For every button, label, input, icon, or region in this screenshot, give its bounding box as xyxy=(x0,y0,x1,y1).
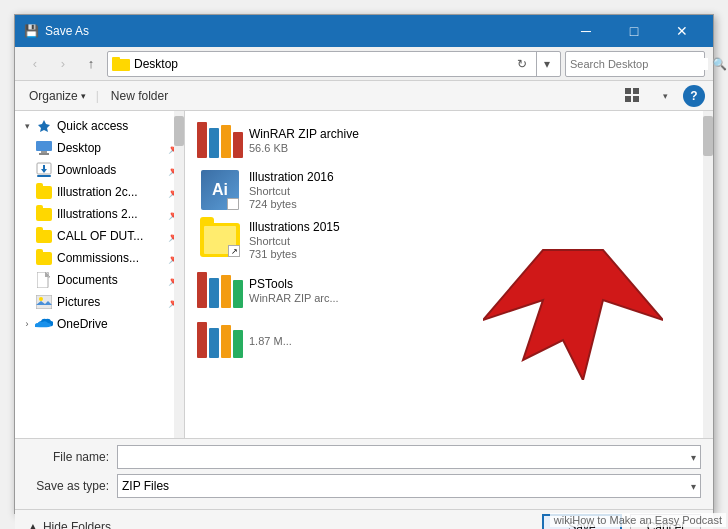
file-name: Illustrations 2015 xyxy=(249,220,699,234)
dialog-icon: 💾 xyxy=(23,23,39,39)
new-folder-button[interactable]: New folder xyxy=(103,86,176,106)
address-bar[interactable]: Desktop ↻ ▾ xyxy=(107,51,561,77)
svg-rect-5 xyxy=(633,96,639,102)
file-meta: WinRAR ZIP arc... xyxy=(249,292,699,304)
file-info: Illustration 2016 Shortcut 724 bytes xyxy=(249,170,699,210)
filename-row: File name: ▾ xyxy=(27,445,701,469)
svg-rect-1 xyxy=(112,57,120,61)
filetype-select[interactable]: ZIP Files ▾ xyxy=(117,474,701,498)
svg-rect-14 xyxy=(36,295,52,309)
nav-scrollbar-thumb[interactable] xyxy=(174,116,184,146)
hide-folders-label: Hide Folders xyxy=(43,520,111,529)
filename-label: File name: xyxy=(27,450,117,464)
search-box[interactable]: 🔍 xyxy=(565,51,705,77)
view-icon xyxy=(623,86,643,106)
file-scrollbar[interactable] xyxy=(703,111,713,438)
svg-rect-2 xyxy=(625,88,631,94)
svg-rect-9 xyxy=(39,153,49,155)
desktop-icon xyxy=(35,139,53,157)
folder-icon xyxy=(112,55,130,73)
file-item[interactable]: 1.87 M... xyxy=(193,315,705,365)
maximize-button[interactable]: □ xyxy=(611,15,657,47)
sidebar-item-illustration2c[interactable]: Illustration 2c... 📌 xyxy=(15,181,184,203)
sidebar-item-pictures[interactable]: Pictures 📌 xyxy=(15,291,184,313)
sidebar-item-label: Pictures xyxy=(57,295,166,309)
quick-access-header[interactable]: ▾ Quick access xyxy=(15,115,184,137)
quick-access-label: Quick access xyxy=(57,119,180,133)
chevron-up-icon: ▲ xyxy=(27,520,39,529)
file-size: 731 bytes xyxy=(249,248,699,260)
forward-button[interactable]: › xyxy=(51,52,75,76)
dialog-title: Save As xyxy=(45,24,563,38)
quick-access-icon xyxy=(35,117,53,135)
file-item[interactable]: WinRAR ZIP archive 56.6 KB xyxy=(193,115,705,165)
file-meta: Shortcut xyxy=(249,185,699,197)
hide-folders-button[interactable]: ▲ Hide Folders xyxy=(27,520,111,529)
sidebar-item-downloads[interactable]: Downloads 📌 xyxy=(15,159,184,181)
file-panel: WinRAR ZIP archive 56.6 KB Ai ↗ xyxy=(185,111,713,438)
filename-input[interactable]: ▾ xyxy=(117,445,701,469)
svg-rect-7 xyxy=(36,141,52,151)
sidebar-item-cod[interactable]: CALL OF DUT... 📌 xyxy=(15,225,184,247)
file-size: 1.87 M... xyxy=(249,335,699,347)
organize-button[interactable]: Organize ▾ xyxy=(23,86,92,106)
filetype-value: ZIP Files xyxy=(122,479,169,493)
file-info: PSTools WinRAR ZIP arc... xyxy=(249,277,699,304)
pictures-icon xyxy=(35,293,53,311)
shortcut-badge: ↗ xyxy=(227,198,239,210)
filetype-row: Save as type: ZIP Files ▾ xyxy=(27,474,701,498)
filename-dropdown-icon[interactable]: ▾ xyxy=(691,452,696,463)
file-info: Illustrations 2015 Shortcut 731 bytes xyxy=(249,220,699,260)
file-scrollbar-thumb[interactable] xyxy=(703,116,713,156)
file-item[interactable]: Ai ↗ Illustration 2016 Shortcut 724 byte… xyxy=(193,165,705,215)
svg-rect-8 xyxy=(41,151,47,153)
search-icon[interactable]: 🔍 xyxy=(712,57,727,71)
svg-rect-11 xyxy=(43,165,45,170)
help-button[interactable]: ? xyxy=(683,85,705,107)
filetype-label: Save as type: xyxy=(27,479,117,493)
file-meta: Shortcut xyxy=(249,235,699,247)
sidebar-item-label: OneDrive xyxy=(57,317,180,331)
folder-icon xyxy=(35,183,53,201)
sidebar-item-label: Illustrations 2... xyxy=(57,207,166,221)
sidebar-item-label: Illustration 2c... xyxy=(57,185,166,199)
expand-icon: › xyxy=(19,316,35,332)
up-button[interactable]: ↑ xyxy=(79,52,103,76)
organize-toolbar: Organize ▾ | New folder ▾ ? xyxy=(15,81,713,111)
sidebar-item-label: CALL OF DUT... xyxy=(57,229,166,243)
filetype-dropdown-icon[interactable]: ▾ xyxy=(691,481,696,492)
svg-rect-3 xyxy=(633,88,639,94)
sidebar-item-label: Downloads xyxy=(57,163,166,177)
view-dropdown-button[interactable]: ▾ xyxy=(651,84,679,108)
folder-icon xyxy=(35,227,53,245)
folder-icon xyxy=(35,249,53,267)
close-button[interactable]: ✕ xyxy=(659,15,705,47)
address-text: Desktop xyxy=(134,57,508,71)
file-list: WinRAR ZIP archive 56.6 KB Ai ↗ xyxy=(185,111,713,438)
svg-marker-6 xyxy=(38,120,50,132)
sidebar-item-commissions[interactable]: Commissions... 📌 xyxy=(15,247,184,269)
file-item[interactable]: ↗ Illustrations 2015 Shortcut 731 bytes xyxy=(193,215,705,265)
refresh-button[interactable]: ↻ xyxy=(512,54,532,74)
file-icon: ↗ xyxy=(199,219,241,261)
nav-scrollbar[interactable] xyxy=(174,111,184,438)
address-dropdown-button[interactable]: ▾ xyxy=(536,51,556,77)
file-info: WinRAR ZIP archive 56.6 KB xyxy=(249,127,699,154)
file-icon xyxy=(199,319,241,361)
search-input[interactable] xyxy=(570,58,708,70)
sidebar-item-illustrations2[interactable]: Illustrations 2... 📌 xyxy=(15,203,184,225)
file-item[interactable]: PSTools WinRAR ZIP arc... xyxy=(193,265,705,315)
sidebar-item-onedrive[interactable]: › OneDrive xyxy=(15,313,184,335)
organize-chevron-icon: ▾ xyxy=(81,91,86,101)
sidebar-item-desktop[interactable]: Desktop 📌 xyxy=(15,137,184,159)
minimize-button[interactable]: ─ xyxy=(563,15,609,47)
sidebar-item-label: Commissions... xyxy=(57,251,166,265)
file-name: PSTools xyxy=(249,277,699,291)
view-button[interactable] xyxy=(619,84,647,108)
title-bar: 💾 Save As ─ □ ✕ xyxy=(15,15,713,47)
back-button[interactable]: ‹ xyxy=(23,52,47,76)
file-icon xyxy=(199,269,241,311)
sidebar-item-documents[interactable]: Documents 📌 xyxy=(15,269,184,291)
file-icon xyxy=(199,119,241,161)
content-area: ▾ Quick access xyxy=(15,111,713,438)
